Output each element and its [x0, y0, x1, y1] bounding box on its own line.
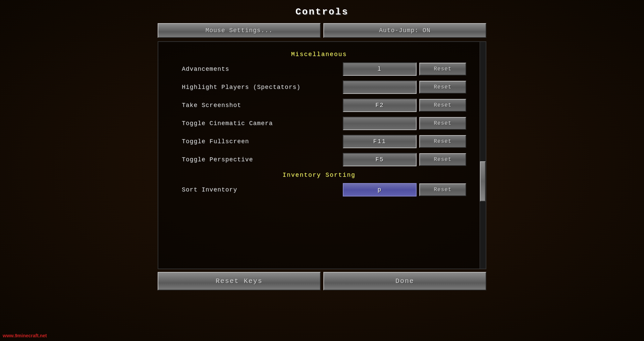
keybind-advancements: Advancements l Reset — [162, 61, 476, 77]
screenshot-reset[interactable]: Reset — [419, 99, 466, 112]
bottom-buttons-row: Reset Keys Done — [158, 272, 486, 290]
cinematic-reset[interactable]: Reset — [419, 117, 466, 130]
inventory-sorting-header: Inventory Sorting — [162, 172, 476, 178]
content-area: Miscellaneous Advancements l Reset Highl… — [158, 41, 486, 269]
highlight-players-reset[interactable]: Reset — [419, 81, 466, 94]
keybind-highlight-players: Highlight Players (Spectators) Reset — [162, 79, 476, 95]
keybind-perspective: Toggle Perspective F5 Reset — [162, 152, 476, 168]
advancements-label: Advancements — [182, 66, 343, 72]
keybind-sort-inventory: Sort Inventory p Reset — [162, 182, 476, 198]
page-container: Controls Mouse Settings... Auto-Jump: ON… — [0, 0, 644, 341]
fullscreen-key[interactable]: F11 — [343, 135, 417, 148]
advancements-key[interactable]: l — [343, 62, 417, 76]
miscellaneous-header: Miscellaneous — [162, 51, 476, 58]
scrollbar-thumb[interactable] — [480, 161, 486, 202]
advancements-reset[interactable]: Reset — [419, 63, 466, 75]
sort-inventory-label: Sort Inventory — [182, 186, 343, 193]
watermark: www.9minecraft.net — [3, 333, 47, 338]
perspective-reset[interactable]: Reset — [419, 153, 466, 166]
cinematic-label: Toggle Cinematic Camera — [182, 120, 343, 127]
keybind-screenshot: Take Screenshot F2 Reset — [162, 97, 476, 113]
top-buttons-row: Mouse Settings... Auto-Jump: ON — [158, 23, 486, 38]
reset-keys-button[interactable]: Reset Keys — [158, 272, 321, 290]
highlight-players-label: Highlight Players (Spectators) — [182, 84, 343, 91]
auto-jump-button[interactable]: Auto-Jump: ON — [323, 23, 486, 38]
perspective-label: Toggle Perspective — [182, 156, 343, 163]
keybind-fullscreen: Toggle Fullscreen F11 Reset — [162, 133, 476, 150]
screenshot-label: Take Screenshot — [182, 102, 343, 109]
keybind-cinematic: Toggle Cinematic Camera Reset — [162, 115, 476, 131]
page-title: Controls — [296, 7, 348, 17]
scroll-content: Miscellaneous Advancements l Reset Highl… — [158, 42, 480, 269]
screenshot-key[interactable]: F2 — [343, 99, 417, 112]
scrollbar[interactable] — [480, 42, 486, 269]
cinematic-key[interactable] — [343, 117, 417, 130]
fullscreen-label: Toggle Fullscreen — [182, 138, 343, 145]
sort-inventory-key[interactable]: p — [343, 183, 417, 196]
mouse-settings-button[interactable]: Mouse Settings... — [158, 23, 321, 38]
sort-inventory-reset[interactable]: Reset — [419, 183, 466, 196]
done-button[interactable]: Done — [323, 272, 486, 290]
fullscreen-reset[interactable]: Reset — [419, 135, 466, 148]
perspective-key[interactable]: F5 — [343, 153, 417, 166]
highlight-players-key[interactable] — [343, 80, 417, 94]
